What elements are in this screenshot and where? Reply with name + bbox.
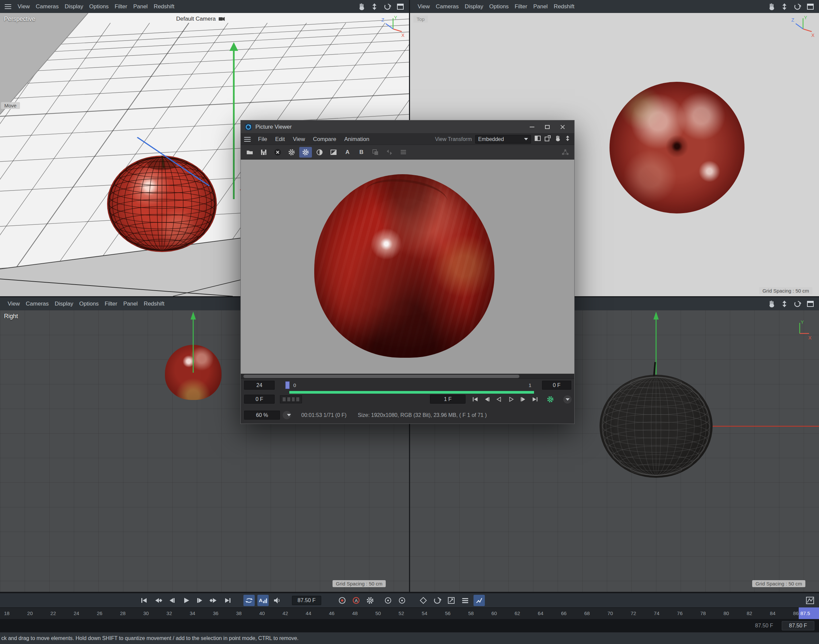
start-frame-field[interactable]: 0 F <box>244 395 275 403</box>
previous-key-button[interactable] <box>152 595 164 606</box>
render-settings-gear-icon[interactable] <box>285 147 298 158</box>
more-options-button[interactable] <box>563 395 572 403</box>
go-to-start-button[interactable] <box>469 395 480 403</box>
fps-field[interactable]: 24 <box>244 381 275 389</box>
step-forward-button[interactable] <box>517 395 528 403</box>
camera-icon[interactable] <box>218 16 225 22</box>
play-forward-button[interactable] <box>505 395 517 403</box>
menu-item[interactable]: Cameras <box>23 301 52 307</box>
menu-icon[interactable] <box>244 136 251 143</box>
minimize-button[interactable] <box>525 120 540 133</box>
compare-a-button[interactable]: A <box>341 147 354 158</box>
menu-item[interactable]: Panel <box>531 3 551 10</box>
menu-item[interactable]: View <box>415 3 433 10</box>
contrast-icon[interactable] <box>313 147 326 158</box>
menu-icon[interactable] <box>5 3 11 10</box>
autokey-toggle-button[interactable]: A <box>350 595 362 606</box>
range-end-field[interactable]: 0 F <box>542 381 571 389</box>
menu-item[interactable]: Filter <box>512 3 531 10</box>
frame-step-widget[interactable] <box>280 395 302 403</box>
dolly-icon[interactable] <box>781 300 788 308</box>
autokey-range-button[interactable]: A <box>258 595 269 606</box>
menu-item[interactable]: Redshift <box>141 301 167 307</box>
menu-item[interactable]: View <box>15 3 33 10</box>
fit-image-icon[interactable] <box>564 135 571 143</box>
timeline-playhead[interactable]: 87.5 <box>799 607 819 619</box>
open-file-icon[interactable] <box>244 147 256 158</box>
go-to-end-button[interactable] <box>222 595 233 606</box>
go-to-end-button[interactable] <box>529 395 540 403</box>
picture-viewer-titlebar[interactable]: Picture Viewer <box>241 120 574 133</box>
render-image-area[interactable] <box>241 159 574 374</box>
loop-mode-button[interactable] <box>244 595 255 606</box>
menu-item[interactable]: Redshift <box>551 3 577 10</box>
dolly-icon[interactable] <box>781 3 788 11</box>
menu-item[interactable]: Panel <box>130 3 150 10</box>
menu-item[interactable]: Display <box>52 301 77 307</box>
pan-hand-icon[interactable] <box>767 300 775 308</box>
track-list-button[interactable] <box>460 595 471 606</box>
cycle-keys-button[interactable] <box>432 595 443 606</box>
save-image-icon[interactable] <box>258 147 270 158</box>
pan-hand-icon[interactable] <box>357 3 365 11</box>
zoom-level-select[interactable]: 60 % <box>244 411 280 420</box>
play-button[interactable] <box>180 595 192 606</box>
current-frame-box[interactable]: 87.50 F <box>782 621 814 630</box>
pan-hand-icon[interactable] <box>554 135 561 143</box>
menu-item[interactable]: Animation <box>340 136 373 143</box>
axis-gizmo[interactable]: Y X <box>787 319 812 344</box>
menu-item[interactable]: Cameras <box>433 3 462 10</box>
next-key-button[interactable] <box>208 595 219 606</box>
view-transform-select[interactable]: Embedded <box>475 135 531 144</box>
render-gear-button[interactable] <box>544 395 556 403</box>
step-forward-button[interactable] <box>194 595 206 606</box>
menu-item[interactable]: Cameras <box>33 3 62 10</box>
menu-item[interactable]: Filter <box>112 3 130 10</box>
go-to-start-button[interactable] <box>138 595 150 606</box>
maximize-view-icon[interactable] <box>806 3 814 11</box>
menu-item[interactable]: View <box>289 136 309 143</box>
range-marker[interactable] <box>285 381 290 389</box>
menu-item[interactable]: View <box>5 301 23 307</box>
menu-item[interactable]: Display <box>62 3 86 10</box>
menu-item[interactable]: Options <box>86 3 112 10</box>
step-back-button[interactable] <box>166 595 178 606</box>
menu-item[interactable]: Edit <box>271 136 288 143</box>
maximize-button[interactable] <box>540 120 555 133</box>
current-frame-field[interactable]: 1 F <box>430 395 466 403</box>
step-back-button[interactable] <box>482 395 492 403</box>
scrollbar-thumb[interactable] <box>244 375 519 378</box>
image-filter-gear-icon[interactable] <box>299 147 312 158</box>
expand-timeline-button[interactable] <box>446 595 457 606</box>
detach-window-icon[interactable] <box>544 135 551 143</box>
dolly-icon[interactable] <box>370 3 379 11</box>
cancel-render-icon[interactable] <box>271 147 284 158</box>
record-keyframe-button[interactable] <box>336 595 348 606</box>
menu-item[interactable]: Redshift <box>150 3 177 10</box>
zoom-dropdown-button[interactable] <box>283 411 291 419</box>
compare-split-icon[interactable] <box>327 147 340 158</box>
maximize-view-icon[interactable] <box>806 300 814 308</box>
key-position-toggle[interactable] <box>382 595 394 606</box>
menu-item[interactable]: Panel <box>120 301 141 307</box>
fcurve-mode-button[interactable] <box>804 595 816 606</box>
key-pla-toggle[interactable] <box>418 595 429 606</box>
axis-gizmo[interactable]: Y X Z <box>380 14 406 40</box>
sound-toggle-button[interactable] <box>271 595 283 606</box>
key-rotation-toggle[interactable] <box>396 595 408 606</box>
current-frame-input[interactable]: 87.50 F <box>292 596 321 605</box>
close-button[interactable] <box>555 120 570 133</box>
camera-label[interactable]: Default Camera <box>176 15 225 22</box>
orbit-icon[interactable] <box>793 3 801 11</box>
keying-settings-button[interactable] <box>365 595 376 606</box>
axis-gizmo[interactable]: Y X Z <box>790 14 816 40</box>
menu-item[interactable]: Compare <box>309 136 340 143</box>
orbit-icon[interactable] <box>793 300 801 308</box>
menu-item[interactable]: Options <box>486 3 512 10</box>
orbit-icon[interactable] <box>383 3 391 11</box>
menu-item[interactable]: Filter <box>102 301 120 307</box>
play-reverse-button[interactable] <box>494 395 505 403</box>
menu-item[interactable]: Display <box>462 3 486 10</box>
menu-item[interactable]: File <box>254 136 271 143</box>
frame-range-slider[interactable]: 0 1 <box>285 381 532 389</box>
